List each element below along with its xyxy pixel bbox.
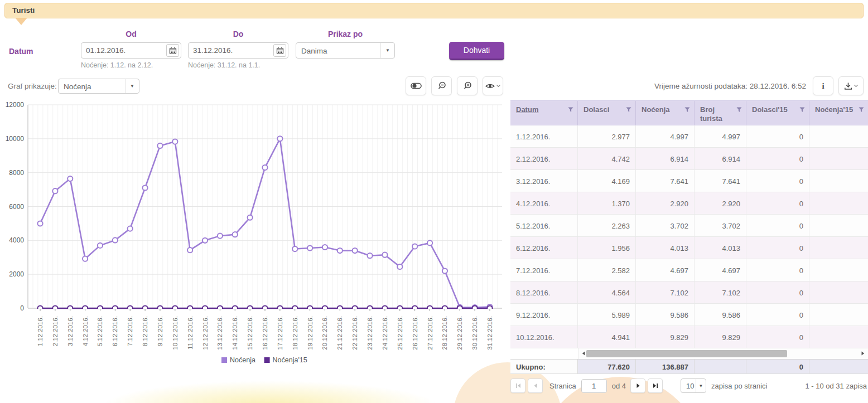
do-label: Do bbox=[188, 30, 288, 38]
table-cell bbox=[809, 281, 868, 303]
filter-icon[interactable] bbox=[859, 107, 864, 113]
prikaz-po-label: Prikaz po bbox=[296, 30, 395, 38]
data-table: DatumDolasciNoćenjaBroj turistaDolasci'1… bbox=[510, 100, 868, 374]
export-button[interactable] bbox=[838, 76, 864, 95]
svg-text:6000: 6000 bbox=[9, 203, 24, 211]
date-from-field[interactable] bbox=[81, 42, 181, 59]
table-cell: 1.956 bbox=[578, 237, 636, 259]
svg-text:10.12.2016.: 10.12.2016. bbox=[172, 316, 179, 350]
series-visibility-button[interactable] bbox=[483, 76, 503, 95]
calendar-button-to[interactable] bbox=[273, 44, 286, 57]
table-cell: 2.582 bbox=[578, 259, 636, 281]
table-cell: 7.12.2016. bbox=[510, 259, 578, 281]
svg-text:15.12.2016.: 15.12.2016. bbox=[247, 316, 253, 350]
table-row[interactable]: 5.12.2016.2.2633.7023.7020 bbox=[510, 215, 868, 237]
table-row[interactable]: 2.12.2016.4.7426.9146.9140 bbox=[510, 148, 868, 170]
page-size-label: zapisa po stranici bbox=[711, 382, 767, 390]
table-row[interactable]: 9.12.2016.5.9899.5869.5860 bbox=[510, 304, 868, 326]
page-size-value: 10 bbox=[686, 382, 694, 390]
table-cell: 4.013 bbox=[636, 237, 695, 259]
chart-canvas[interactable]: 0200040006000800010000120001.12.2016.2.1… bbox=[6, 100, 507, 371]
column-header-broj-turista[interactable]: Broj turista bbox=[695, 101, 746, 125]
table-cell: 6.12.2016. bbox=[510, 237, 578, 259]
table-cell: 7.641 bbox=[636, 170, 695, 192]
svg-text:11.12.2016.: 11.12.2016. bbox=[187, 316, 194, 349]
table-row[interactable]: 1.12.2016.2.9774.9974.9970 bbox=[510, 125, 868, 148]
filter-icon[interactable] bbox=[626, 107, 631, 113]
table-cell: 4.997 bbox=[695, 125, 746, 147]
svg-text:10000: 10000 bbox=[6, 135, 24, 143]
date-to-input[interactable] bbox=[193, 43, 270, 57]
tab-pointer bbox=[16, 18, 27, 25]
table-cell bbox=[809, 237, 868, 259]
table-cell: 2.920 bbox=[695, 192, 746, 214]
table-cell: 4.742 bbox=[578, 148, 636, 169]
table-row[interactable]: 8.12.2016.4.5647.1027.1020 bbox=[510, 281, 868, 304]
table-row[interactable]: 4.12.2016.1.3702.9202.9200 bbox=[510, 192, 868, 215]
total-cell: 136.887 bbox=[636, 360, 695, 373]
column-header-dolasci15[interactable]: Dolasci'15 bbox=[746, 101, 809, 125]
svg-text:9.12.2016.: 9.12.2016. bbox=[157, 316, 163, 346]
pagination-last-button[interactable] bbox=[648, 378, 663, 393]
zoom-in-button[interactable] bbox=[457, 76, 478, 95]
table-row[interactable]: 10.12.2016.4.9419.8299.8290 bbox=[510, 326, 868, 348]
graf-prikazuje-select[interactable]: Noćenja ▼ bbox=[58, 79, 139, 94]
filter-icon[interactable] bbox=[684, 107, 690, 113]
selection-toggle-button[interactable] bbox=[406, 76, 426, 95]
calendar-icon bbox=[276, 47, 284, 55]
calendar-icon bbox=[169, 47, 177, 55]
filter-icon[interactable] bbox=[799, 107, 805, 113]
column-label: Dolasci bbox=[584, 105, 609, 114]
page-size-select[interactable]: 10 ▼ bbox=[681, 378, 706, 393]
total-cell: 0 bbox=[746, 360, 809, 373]
date-to-field[interactable] bbox=[188, 42, 288, 59]
dropdown-arrow-icon: ▼ bbox=[696, 379, 706, 392]
pagination-first-button[interactable] bbox=[510, 378, 525, 393]
filter-icon[interactable] bbox=[736, 107, 742, 113]
table-cell bbox=[809, 304, 868, 326]
table-cell: 2.12.2016. bbox=[510, 148, 578, 169]
pagination-next-button[interactable] bbox=[630, 378, 645, 393]
svg-text:30.12.2016.: 30.12.2016. bbox=[471, 316, 478, 350]
table-row[interactable]: 7.12.2016.2.5824.6974.6970 bbox=[510, 259, 868, 281]
dohvati-button[interactable]: Dohvati bbox=[449, 42, 504, 60]
horizontal-scrollbar[interactable] bbox=[578, 348, 868, 359]
page-number-input[interactable] bbox=[581, 379, 607, 393]
pagination-bar: Stranica od 4 10 ▼ zapisa po stranici 1 … bbox=[510, 377, 868, 394]
download-icon bbox=[844, 82, 852, 90]
table-cell: 0 bbox=[746, 148, 809, 169]
pagination-prev-button[interactable] bbox=[528, 378, 543, 393]
svg-text:3.12.2016.: 3.12.2016. bbox=[67, 316, 74, 346]
chevron-down-icon bbox=[854, 85, 858, 88]
table-cell bbox=[809, 148, 868, 169]
zoom-out-button[interactable] bbox=[431, 76, 452, 95]
svg-text:13.12.2016.: 13.12.2016. bbox=[216, 316, 223, 350]
table-cell: 5.12.2016. bbox=[510, 215, 578, 236]
scrollbar-thumb[interactable] bbox=[586, 350, 787, 357]
filter-icon[interactable] bbox=[568, 107, 573, 113]
stranica-label: Stranica bbox=[549, 382, 576, 390]
svg-text:Noćenja: Noćenja bbox=[230, 356, 255, 364]
svg-text:29.12.2016.: 29.12.2016. bbox=[456, 316, 463, 350]
scrollbar-right-arrow[interactable] bbox=[860, 350, 866, 357]
total-cell: 77.620 bbox=[578, 360, 636, 373]
info-button[interactable]: i bbox=[813, 76, 833, 95]
prikaz-po-select[interactable]: Danima ▼ bbox=[296, 42, 395, 59]
line-chart[interactable]: 0200040006000800010000120001.12.2016.2.1… bbox=[6, 100, 507, 371]
svg-text:26.12.2016.: 26.12.2016. bbox=[412, 316, 418, 350]
table-row[interactable]: 3.12.2016.4.1697.6417.6410 bbox=[510, 170, 868, 192]
column-header-dolasci[interactable]: Dolasci bbox=[578, 101, 636, 125]
tab-turisti[interactable]: Turisti bbox=[4, 3, 864, 18]
column-header-nocenja15[interactable]: Noćenja'15 bbox=[809, 101, 868, 125]
datum-label: Datum bbox=[9, 47, 33, 56]
calendar-button-from[interactable] bbox=[166, 44, 179, 57]
svg-text:8000: 8000 bbox=[9, 169, 24, 177]
pagination-prev-icon bbox=[533, 383, 538, 389]
column-header-nocenja[interactable]: Noćenja bbox=[636, 101, 695, 125]
table-cell: 10.12.2016. bbox=[510, 326, 578, 348]
date-from-input[interactable] bbox=[86, 43, 163, 57]
column-header-datum[interactable]: Datum bbox=[510, 101, 578, 125]
table-row[interactable]: 6.12.2016.1.9564.0134.0130 bbox=[510, 237, 868, 259]
table-cell bbox=[809, 215, 868, 236]
total-cell bbox=[809, 360, 868, 373]
